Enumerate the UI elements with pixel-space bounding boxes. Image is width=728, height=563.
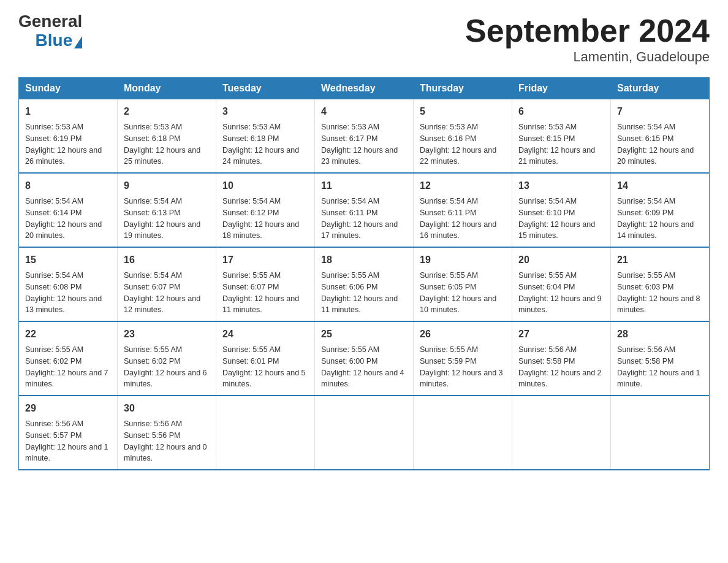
table-row: 2 Sunrise: 5:53 AM Sunset: 6:18 PM Dayli… (118, 99, 216, 174)
day-number: 13 (518, 178, 604, 193)
calendar-header-row: Sunday Monday Tuesday Wednesday Thursday… (19, 78, 710, 99)
day-sunrise: Sunrise: 5:55 AM (25, 344, 111, 356)
day-daylight: Daylight: 12 hours and 8 minutes. (617, 293, 703, 316)
table-row: 21 Sunrise: 5:55 AM Sunset: 6:03 PM Dayl… (611, 247, 710, 321)
day-sunset: Sunset: 6:03 PM (617, 282, 703, 293)
page-header: General Blue September 2024 Lamentin, Gu… (18, 12, 710, 65)
day-sunset: Sunset: 5:58 PM (617, 356, 703, 367)
day-sunset: Sunset: 6:15 PM (617, 133, 703, 145)
logo-text-general: General (18, 12, 82, 31)
table-row (414, 396, 512, 470)
day-sunset: Sunset: 6:02 PM (25, 356, 111, 367)
day-daylight: Daylight: 12 hours and 19 minutes. (124, 219, 210, 242)
day-sunset: Sunset: 5:59 PM (420, 356, 506, 367)
day-sunrise: Sunrise: 5:53 AM (222, 121, 308, 133)
day-number: 6 (518, 104, 604, 119)
day-sunrise: Sunrise: 5:56 AM (518, 344, 604, 356)
day-number: 12 (420, 178, 506, 193)
day-number: 28 (617, 327, 703, 342)
day-daylight: Daylight: 12 hours and 12 minutes. (124, 293, 210, 316)
day-sunset: Sunset: 6:16 PM (420, 133, 506, 145)
day-sunrise: Sunrise: 5:55 AM (321, 344, 407, 356)
day-daylight: Daylight: 12 hours and 4 minutes. (321, 367, 407, 391)
table-row: 11 Sunrise: 5:54 AM Sunset: 6:11 PM Dayl… (315, 173, 414, 247)
table-row: 23 Sunrise: 5:55 AM Sunset: 6:02 PM Dayl… (118, 321, 216, 396)
day-daylight: Daylight: 12 hours and 2 minutes. (518, 367, 604, 391)
day-sunrise: Sunrise: 5:54 AM (617, 121, 703, 133)
day-sunset: Sunset: 6:07 PM (124, 282, 210, 293)
logo-triangle-icon (74, 36, 82, 48)
day-daylight: Daylight: 12 hours and 1 minute. (617, 367, 703, 391)
calendar-title: September 2024 (465, 12, 710, 49)
day-sunset: Sunset: 5:56 PM (124, 430, 210, 442)
day-sunrise: Sunrise: 5:56 AM (124, 418, 210, 430)
day-sunset: Sunset: 6:13 PM (124, 207, 210, 219)
table-row: 25 Sunrise: 5:55 AM Sunset: 6:00 PM Dayl… (315, 321, 414, 396)
day-sunset: Sunset: 5:57 PM (25, 430, 111, 442)
day-sunrise: Sunrise: 5:53 AM (124, 121, 210, 133)
day-daylight: Daylight: 12 hours and 1 minute. (25, 442, 111, 465)
day-daylight: Daylight: 12 hours and 21 minutes. (518, 145, 604, 168)
table-row: 5 Sunrise: 5:53 AM Sunset: 6:16 PM Dayli… (414, 99, 512, 174)
calendar-week-row: 1 Sunrise: 5:53 AM Sunset: 6:19 PM Dayli… (19, 99, 710, 174)
header-wednesday: Wednesday (315, 78, 414, 99)
day-number: 7 (617, 104, 703, 119)
table-row: 17 Sunrise: 5:55 AM Sunset: 6:07 PM Dayl… (216, 247, 315, 321)
day-daylight: Daylight: 12 hours and 0 minutes. (124, 442, 210, 465)
day-sunrise: Sunrise: 5:55 AM (617, 270, 703, 282)
logo-text-blue: Blue (36, 31, 73, 50)
day-sunrise: Sunrise: 5:54 AM (420, 196, 506, 207)
day-sunset: Sunset: 6:06 PM (321, 282, 407, 293)
day-sunset: Sunset: 6:08 PM (25, 282, 111, 293)
day-sunrise: Sunrise: 5:55 AM (222, 270, 308, 282)
table-row: 1 Sunrise: 5:53 AM Sunset: 6:19 PM Dayli… (19, 99, 118, 174)
table-row (512, 396, 611, 470)
day-number: 20 (518, 253, 604, 267)
table-row: 9 Sunrise: 5:54 AM Sunset: 6:13 PM Dayli… (118, 173, 216, 247)
day-daylight: Daylight: 12 hours and 16 minutes. (420, 219, 506, 242)
header-saturday: Saturday (611, 78, 710, 99)
day-sunset: Sunset: 5:58 PM (518, 356, 604, 367)
day-daylight: Daylight: 12 hours and 6 minutes. (124, 367, 210, 391)
day-sunset: Sunset: 6:12 PM (222, 207, 308, 219)
day-sunrise: Sunrise: 5:54 AM (617, 196, 703, 207)
day-sunrise: Sunrise: 5:53 AM (420, 121, 506, 133)
day-daylight: Daylight: 12 hours and 17 minutes. (321, 219, 407, 242)
day-sunset: Sunset: 6:18 PM (124, 133, 210, 145)
table-row: 30 Sunrise: 5:56 AM Sunset: 5:56 PM Dayl… (118, 396, 216, 470)
table-row: 4 Sunrise: 5:53 AM Sunset: 6:17 PM Dayli… (315, 99, 414, 174)
day-number: 17 (222, 253, 308, 267)
day-daylight: Daylight: 12 hours and 20 minutes. (617, 145, 703, 168)
day-daylight: Daylight: 12 hours and 20 minutes. (25, 219, 111, 242)
table-row: 27 Sunrise: 5:56 AM Sunset: 5:58 PM Dayl… (512, 321, 611, 396)
day-sunrise: Sunrise: 5:55 AM (222, 344, 308, 356)
day-daylight: Daylight: 12 hours and 11 minutes. (321, 293, 407, 316)
table-row: 29 Sunrise: 5:56 AM Sunset: 5:57 PM Dayl… (19, 396, 118, 470)
day-sunset: Sunset: 6:00 PM (321, 356, 407, 367)
day-number: 16 (124, 253, 210, 267)
day-sunset: Sunset: 6:15 PM (518, 133, 604, 145)
day-daylight: Daylight: 12 hours and 13 minutes. (25, 293, 111, 316)
calendar-week-row: 8 Sunrise: 5:54 AM Sunset: 6:14 PM Dayli… (19, 173, 710, 247)
day-sunset: Sunset: 6:07 PM (222, 282, 308, 293)
day-sunrise: Sunrise: 5:54 AM (124, 270, 210, 282)
day-daylight: Daylight: 12 hours and 24 minutes. (222, 145, 308, 168)
table-row: 22 Sunrise: 5:55 AM Sunset: 6:02 PM Dayl… (19, 321, 118, 396)
day-number: 26 (420, 327, 506, 342)
table-row: 13 Sunrise: 5:54 AM Sunset: 6:10 PM Dayl… (512, 173, 611, 247)
day-daylight: Daylight: 12 hours and 15 minutes. (518, 219, 604, 242)
day-daylight: Daylight: 12 hours and 22 minutes. (420, 145, 506, 168)
calendar-table: Sunday Monday Tuesday Wednesday Thursday… (18, 77, 710, 470)
day-number: 29 (25, 401, 111, 416)
day-sunrise: Sunrise: 5:53 AM (518, 121, 604, 133)
calendar-location: Lamentin, Guadeloupe (465, 49, 710, 65)
day-sunrise: Sunrise: 5:54 AM (321, 196, 407, 207)
day-daylight: Daylight: 12 hours and 3 minutes. (420, 367, 506, 391)
day-sunrise: Sunrise: 5:55 AM (518, 270, 604, 282)
table-row: 16 Sunrise: 5:54 AM Sunset: 6:07 PM Dayl… (118, 247, 216, 321)
table-row: 6 Sunrise: 5:53 AM Sunset: 6:15 PM Dayli… (512, 99, 611, 174)
day-daylight: Daylight: 12 hours and 25 minutes. (124, 145, 210, 168)
day-sunset: Sunset: 6:01 PM (222, 356, 308, 367)
day-daylight: Daylight: 12 hours and 18 minutes. (222, 219, 308, 242)
day-daylight: Daylight: 12 hours and 11 minutes. (222, 293, 308, 316)
